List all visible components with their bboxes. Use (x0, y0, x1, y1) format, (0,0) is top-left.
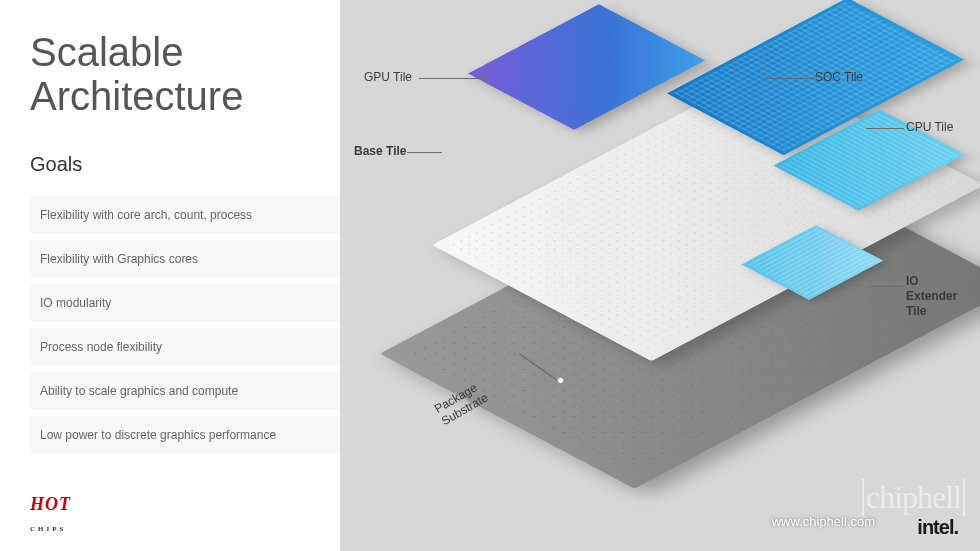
leader-line (765, 78, 815, 79)
title-line2: Architecture (30, 74, 243, 118)
leader-line (870, 286, 904, 287)
label-cpu-tile: CPU Tile (906, 120, 953, 134)
hot-text: HOT (30, 494, 71, 514)
chiphell-watermark: chiphell (862, 479, 965, 516)
label-base-tile: Base Tile (354, 144, 406, 158)
goal-item: Flexibility with Graphics cores (30, 240, 340, 284)
diagram-panel: GPU Tile SOC Tile CPU Tile Base Tile IO … (340, 0, 980, 551)
intel-logo: intel. (917, 516, 958, 539)
goal-item: Flexibility with core arch, count, proce… (30, 196, 340, 240)
exploded-diagram: GPU Tile SOC Tile CPU Tile Base Tile IO … (340, 0, 980, 551)
chiphell-text: chiphell (866, 479, 961, 516)
chiphell-url: www.chiphell.com (772, 514, 875, 529)
goal-item: Low power to discrete graphics performan… (30, 416, 340, 460)
label-io-extender-tile: IO Extender Tile (906, 274, 957, 319)
goals-list: Flexibility with core arch, count, proce… (30, 196, 340, 460)
leader-line (407, 152, 442, 153)
slide: Scalable Architecture Goals Flexibility … (0, 0, 980, 551)
label-io-l3: Tile (906, 304, 926, 318)
title-line1: Scalable (30, 30, 183, 74)
gpu-tile-layer (468, 4, 705, 130)
label-io-l2: Extender (906, 289, 957, 303)
goals-heading: Goals (30, 153, 340, 176)
label-gpu-tile: GPU Tile (364, 70, 412, 84)
left-panel: Scalable Architecture Goals Flexibility … (0, 0, 340, 551)
hot-sub: CHIPS (30, 525, 66, 533)
leader-line (866, 128, 904, 129)
hot-chips-logo: HOT CHIPS (30, 494, 71, 536)
leader-dot (557, 377, 564, 384)
goal-item: Process node flexibility (30, 328, 340, 372)
leader-line (419, 78, 489, 79)
goal-item: IO modularity (30, 284, 340, 328)
label-io-l1: IO (906, 274, 919, 288)
goal-item: Ability to scale graphics and compute (30, 372, 340, 416)
slide-title: Scalable Architecture (30, 30, 340, 118)
label-soc-tile: SOC Tile (815, 70, 863, 84)
